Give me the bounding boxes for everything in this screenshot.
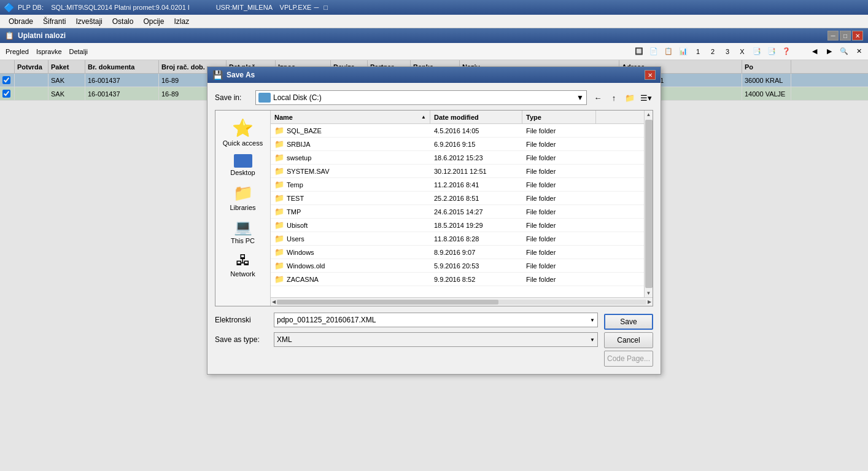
toolbar-icon8[interactable]: X — [735, 47, 749, 56]
menu-bar: Obrade Šifranti Izveštaji Ostalo Opcije … — [0, 15, 868, 28]
form-fields: Elektronski pdpo_001125_20160617.XML ▼ S… — [215, 313, 598, 367]
toolbar-ispravke[interactable]: Ispravke — [33, 46, 65, 57]
toolbar-nav3[interactable]: 🔍 — [837, 47, 851, 56]
toolbar-icon5[interactable]: 1 — [691, 47, 705, 56]
dialog-body: Save in: Local Disk (C:) ▼ ← ↑ 📁 ☰▾ — [207, 83, 661, 374]
file-list[interactable]: Name ▲ Date modified Type 📁SQL_BAZE 4 — [271, 111, 644, 297]
toolbar-nav4[interactable]: ✕ — [852, 47, 866, 56]
list-item[interactable]: 📁TEST 25.2.2016 8:51 File folder — [271, 192, 644, 205]
modal-overlay: 💾 Save As ✕ Save in: Local Disk (C:) ▼ ← — [0, 60, 868, 471]
menu-izvestaji[interactable]: Izveštaji — [71, 16, 107, 27]
folder-icon: 📁 — [274, 207, 284, 216]
list-item[interactable]: 📁Temp 11.2.2016 8:41 File folder — [271, 178, 644, 192]
list-item[interactable]: 📁Windows 8.9.2016 9:07 File folder — [271, 246, 644, 259]
folder-icon: 📁 — [274, 153, 284, 162]
col-date-header[interactable]: Date modified — [430, 111, 522, 123]
list-item[interactable]: 📁Ubisoft 18.5.2014 19:29 File folder — [271, 219, 644, 232]
list-item[interactable]: 📁Windows.old 5.9.2016 20:53 File folder — [271, 259, 644, 273]
hscroll-track[interactable] — [277, 300, 646, 305]
minimize-button[interactable]: ─ — [311, 4, 321, 11]
toolbar-icon1[interactable]: 🔲 — [632, 47, 646, 56]
menu-sifranti[interactable]: Šifranti — [38, 16, 71, 27]
window-close-btn[interactable]: ✕ — [852, 31, 863, 41]
window-maximize-btn[interactable]: □ — [840, 31, 851, 41]
scroll-thumb[interactable] — [645, 120, 653, 288]
save-in-combo[interactable]: Local Disk (C:) ▼ — [255, 90, 587, 105]
left-panel: ⭐ Quick access Desktop 📁 Libraries � — [215, 111, 271, 306]
dialog-title: 💾 Save As — [212, 70, 645, 80]
toolbar-nav1[interactable]: ◀ — [808, 47, 821, 56]
toolbar-icon2[interactable]: 📄 — [647, 47, 661, 56]
network-icon: 🖧 — [236, 252, 250, 269]
toolbar-icon9[interactable]: 📑 — [750, 47, 764, 56]
menu-obrade[interactable]: Obrade — [4, 16, 38, 27]
quick-access-icon: ⭐ — [232, 118, 254, 138]
new-folder-btn[interactable]: 📁 — [622, 91, 637, 104]
toolbar-icon11[interactable]: ❓ — [780, 47, 793, 56]
combo-arrow-icon: ▼ — [576, 93, 584, 102]
scroll-up-arrow[interactable]: ▲ — [645, 111, 653, 119]
vertical-scrollbar[interactable]: ▲ ▼ — [644, 111, 653, 297]
dialog-close-button[interactable]: ✕ — [645, 70, 656, 80]
filetype-label: Save as type: — [215, 335, 270, 344]
save-in-row: Save in: Local Disk (C:) ▼ ← ↑ 📁 ☰▾ — [215, 90, 653, 105]
maximize-button[interactable]: □ — [321, 4, 330, 11]
toolbar-icon7[interactable]: 3 — [721, 47, 734, 56]
scroll-down-arrow[interactable]: ▼ — [645, 289, 653, 297]
hscroll-right-arrow[interactable]: ▶ — [648, 299, 651, 305]
list-item[interactable]: 📁TMP 24.6.2015 14:27 File folder — [271, 205, 644, 219]
nav-quick-access[interactable]: ⭐ Quick access — [218, 115, 268, 149]
window-minimize-btn[interactable]: ─ — [827, 31, 839, 41]
list-item[interactable]: 📁Users 11.8.2016 8:28 File folder — [271, 232, 644, 246]
col-name-header[interactable]: Name ▲ — [271, 111, 430, 123]
toolbar-icon4[interactable]: 📊 — [676, 47, 690, 56]
browse-up-btn[interactable]: ↑ — [606, 91, 621, 104]
nav-desktop[interactable]: Desktop — [218, 152, 268, 179]
save-button[interactable]: Save — [604, 314, 653, 330]
folder-icon: 📁 — [274, 139, 284, 149]
list-item[interactable]: 📁swsetup 18.6.2012 15:23 File folder — [271, 151, 644, 165]
nav-network[interactable]: 🖧 Network — [218, 249, 268, 280]
dialog-title-bar: 💾 Save As ✕ — [207, 67, 661, 83]
libraries-icon: 📁 — [233, 184, 253, 203]
horizontal-scrollbar[interactable]: ◀ ▶ — [271, 297, 653, 306]
desktop-icon — [234, 154, 252, 168]
window-title: Uplatni nalozi — [18, 31, 66, 40]
save-as-dialog: 💾 Save As ✕ Save in: Local Disk (C:) ▼ ← — [207, 66, 661, 375]
toolbar-pregled[interactable]: Pregled — [2, 46, 32, 57]
list-item[interactable]: 📁ZACASNA 9.9.2016 8:52 File folder — [271, 273, 644, 286]
title-bar-text: PLP DB: SQL:MIT9\SQL2014 Platni promet:9… — [18, 4, 311, 11]
menu-izlaz[interactable]: Izlaz — [169, 16, 194, 27]
folder-icon: 📁 — [274, 247, 284, 257]
hscroll-thumb[interactable] — [277, 300, 498, 305]
col-type-header[interactable]: Type — [522, 111, 596, 123]
toolbar-icon3[interactable]: 📋 — [662, 47, 675, 56]
hscroll-left-arrow[interactable]: ◀ — [272, 299, 276, 305]
folder-icon: 📁 — [274, 126, 284, 135]
list-item[interactable]: 📁SRBIJA 6.9.2016 9:15 File folder — [271, 138, 644, 151]
filetype-select[interactable]: XML ▼ — [274, 332, 598, 347]
folder-icon: 📁 — [274, 274, 284, 284]
browse-back-btn[interactable]: ← — [591, 91, 605, 104]
list-item[interactable]: 📁SQL_BAZE 4.5.2016 14:05 File folder — [271, 124, 644, 138]
menu-opcije[interactable]: Opcije — [138, 16, 169, 27]
folder-icon: 📁 — [274, 193, 284, 203]
toolbar-detalji[interactable]: Detalji — [66, 46, 91, 57]
toolbar-icon10[interactable]: 📑 — [765, 47, 778, 56]
save-in-toolbar: ← ↑ 📁 ☰▾ — [591, 91, 653, 104]
toolbar-nav2[interactable]: ▶ — [823, 47, 836, 56]
filetype-dropdown-arrow[interactable]: ▼ — [590, 337, 595, 343]
filename-input[interactable]: pdpo_001125_20160617.XML ▼ — [274, 313, 598, 327]
nav-this-pc[interactable]: 💻 This PC — [218, 216, 268, 247]
title-bar: 🔷 PLP DB: SQL:MIT9\SQL2014 Platni promet… — [0, 0, 868, 15]
app-icon: 🔷 — [4, 2, 14, 12]
toolbar-icon6[interactable]: 2 — [706, 47, 719, 56]
view-options-btn[interactable]: ☰▾ — [638, 91, 653, 104]
filename-dropdown-arrow[interactable]: ▼ — [590, 317, 595, 323]
file-list-header: Name ▲ Date modified Type — [271, 111, 644, 124]
code-page-button[interactable]: Code Page... — [604, 351, 653, 367]
nav-libraries[interactable]: 📁 Libraries — [218, 181, 268, 214]
list-item[interactable]: 📁SYSTEM.SAV 30.12.2011 12:51 File folder — [271, 165, 644, 178]
menu-ostalo[interactable]: Ostalo — [107, 16, 139, 27]
cancel-button[interactable]: Cancel — [604, 332, 653, 348]
